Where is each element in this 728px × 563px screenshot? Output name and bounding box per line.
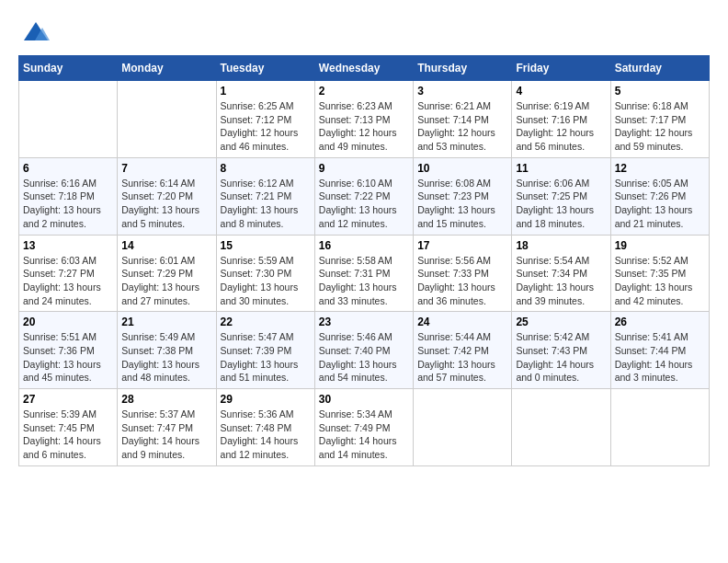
day-info: Sunrise: 5:58 AMSunset: 7:31 PMDaylight:… [319,254,409,308]
calendar-cell [118,81,216,158]
day-number: 9 [319,162,409,175]
day-number: 18 [516,239,606,252]
day-number: 15 [221,239,311,252]
day-info: Sunrise: 5:34 AMSunset: 7:49 PMDaylight:… [319,408,409,462]
calendar-cell: 8Sunrise: 6:12 AMSunset: 7:21 PMDaylight… [216,157,314,235]
calendar-cell: 30Sunrise: 5:34 AMSunset: 7:49 PMDayligh… [314,389,413,466]
day-info: Sunrise: 6:21 AMSunset: 7:14 PMDaylight:… [417,99,507,154]
day-info: Sunrise: 5:49 AMSunset: 7:38 PMDaylight:… [121,330,211,385]
calendar-cell: 21Sunrise: 5:49 AMSunset: 7:38 PMDayligh… [118,312,216,389]
calendar-cell: 11Sunrise: 6:06 AMSunset: 7:25 PMDayligh… [512,157,610,235]
weekday-header-friday: Friday [512,56,610,81]
calendar-cell: 18Sunrise: 5:54 AMSunset: 7:34 PMDayligh… [512,235,610,312]
calendar-cell: 6Sunrise: 6:16 AMSunset: 7:18 PMDaylight… [19,157,118,235]
day-number: 1 [221,85,311,98]
day-info: Sunrise: 6:16 AMSunset: 7:18 PMDaylight:… [23,177,113,231]
calendar-cell: 7Sunrise: 6:14 AMSunset: 7:20 PMDaylight… [118,157,216,235]
weekday-header-wednesday: Wednesday [314,56,413,81]
day-info: Sunrise: 6:19 AMSunset: 7:16 PMDaylight:… [516,99,606,154]
calendar-cell: 23Sunrise: 5:46 AMSunset: 7:40 PMDayligh… [314,312,413,389]
day-number: 16 [319,239,409,252]
calendar-cell: 24Sunrise: 5:44 AMSunset: 7:42 PMDayligh… [414,312,512,389]
day-info: Sunrise: 6:05 AMSunset: 7:26 PMDaylight:… [615,177,705,231]
calendar-cell: 5Sunrise: 6:18 AMSunset: 7:17 PMDaylight… [610,81,709,158]
weekday-header-row: SundayMondayTuesdayWednesdayThursdayFrid… [19,56,710,81]
calendar-cell: 19Sunrise: 5:52 AMSunset: 7:35 PMDayligh… [610,235,709,312]
calendar-cell: 3Sunrise: 6:21 AMSunset: 7:14 PMDaylight… [414,81,512,158]
day-number: 30 [319,393,409,406]
day-number: 4 [516,85,606,98]
calendar-cell: 2Sunrise: 6:23 AMSunset: 7:13 PMDaylight… [314,81,413,158]
calendar-cell: 9Sunrise: 6:10 AMSunset: 7:22 PMDaylight… [314,157,413,235]
calendar-cell: 22Sunrise: 5:47 AMSunset: 7:39 PMDayligh… [216,312,314,389]
calendar-table: SundayMondayTuesdayWednesdayThursdayFrid… [18,55,710,466]
calendar-cell: 27Sunrise: 5:39 AMSunset: 7:45 PMDayligh… [19,389,118,466]
calendar-cell: 4Sunrise: 6:19 AMSunset: 7:16 PMDaylight… [512,81,610,158]
day-info: Sunrise: 5:46 AMSunset: 7:40 PMDaylight:… [319,330,409,385]
calendar-cell: 28Sunrise: 5:37 AMSunset: 7:47 PMDayligh… [118,389,216,466]
day-info: Sunrise: 5:54 AMSunset: 7:34 PMDaylight:… [516,254,606,308]
day-info: Sunrise: 6:14 AMSunset: 7:20 PMDaylight:… [121,177,211,231]
day-info: Sunrise: 5:52 AMSunset: 7:35 PMDaylight:… [615,254,705,308]
calendar-cell [414,389,512,466]
calendar-cell: 14Sunrise: 6:01 AMSunset: 7:29 PMDayligh… [118,235,216,312]
day-number: 17 [417,239,507,252]
day-info: Sunrise: 5:56 AMSunset: 7:33 PMDaylight:… [417,254,507,308]
calendar-cell: 16Sunrise: 5:58 AMSunset: 7:31 PMDayligh… [314,235,413,312]
weekday-header-monday: Monday [118,56,216,81]
day-info: Sunrise: 6:03 AMSunset: 7:27 PMDaylight:… [23,254,113,308]
day-number: 6 [23,162,113,175]
day-number: 23 [319,316,409,328]
day-number: 8 [221,162,311,175]
calendar-week-row: 13Sunrise: 6:03 AMSunset: 7:27 PMDayligh… [19,235,710,312]
calendar-cell [19,81,118,158]
weekday-header-tuesday: Tuesday [216,56,314,81]
day-info: Sunrise: 6:12 AMSunset: 7:21 PMDaylight:… [221,177,311,231]
day-info: Sunrise: 5:42 AMSunset: 7:43 PMDaylight:… [516,330,606,385]
day-info: Sunrise: 6:10 AMSunset: 7:22 PMDaylight:… [319,177,409,231]
calendar-cell [512,389,610,466]
calendar-cell: 10Sunrise: 6:08 AMSunset: 7:23 PMDayligh… [414,157,512,235]
day-number: 27 [23,393,113,406]
calendar-cell: 1Sunrise: 6:25 AMSunset: 7:12 PMDaylight… [216,81,314,158]
day-info: Sunrise: 6:25 AMSunset: 7:12 PMDaylight:… [221,99,311,154]
calendar-cell: 13Sunrise: 6:03 AMSunset: 7:27 PMDayligh… [19,235,118,312]
day-number: 3 [417,85,507,98]
day-info: Sunrise: 5:51 AMSunset: 7:36 PMDaylight:… [23,330,113,385]
day-info: Sunrise: 5:37 AMSunset: 7:47 PMDaylight:… [121,408,211,462]
logo [18,18,50,46]
day-number: 28 [121,393,211,406]
day-info: Sunrise: 6:18 AMSunset: 7:17 PMDaylight:… [615,99,705,154]
weekday-header-saturday: Saturday [610,56,709,81]
day-number: 14 [121,239,211,252]
logo-icon [22,18,50,46]
day-number: 5 [615,85,705,98]
day-number: 2 [319,85,409,98]
day-info: Sunrise: 5:39 AMSunset: 7:45 PMDaylight:… [23,408,113,462]
calendar-cell: 17Sunrise: 5:56 AMSunset: 7:33 PMDayligh… [414,235,512,312]
calendar-week-row: 1Sunrise: 6:25 AMSunset: 7:12 PMDaylight… [19,81,710,158]
calendar-cell: 12Sunrise: 6:05 AMSunset: 7:26 PMDayligh… [610,157,709,235]
day-number: 22 [221,316,311,328]
day-number: 13 [23,239,113,252]
day-info: Sunrise: 5:36 AMSunset: 7:48 PMDaylight:… [221,408,311,462]
day-number: 12 [615,162,705,175]
calendar-week-row: 20Sunrise: 5:51 AMSunset: 7:36 PMDayligh… [19,312,710,389]
day-number: 11 [516,162,606,175]
calendar-cell: 20Sunrise: 5:51 AMSunset: 7:36 PMDayligh… [19,312,118,389]
day-number: 20 [23,316,113,328]
day-number: 19 [615,239,705,252]
header [18,18,710,46]
calendar-cell: 15Sunrise: 5:59 AMSunset: 7:30 PMDayligh… [216,235,314,312]
day-info: Sunrise: 6:08 AMSunset: 7:23 PMDaylight:… [417,177,507,231]
day-number: 25 [516,316,606,328]
day-info: Sunrise: 5:44 AMSunset: 7:42 PMDaylight:… [417,330,507,385]
weekday-header-sunday: Sunday [19,56,118,81]
day-number: 7 [121,162,211,175]
day-info: Sunrise: 5:47 AMSunset: 7:39 PMDaylight:… [221,330,311,385]
day-number: 26 [615,316,705,328]
day-info: Sunrise: 5:59 AMSunset: 7:30 PMDaylight:… [221,254,311,308]
day-number: 24 [417,316,507,328]
calendar-week-row: 6Sunrise: 6:16 AMSunset: 7:18 PMDaylight… [19,157,710,235]
weekday-header-thursday: Thursday [414,56,512,81]
